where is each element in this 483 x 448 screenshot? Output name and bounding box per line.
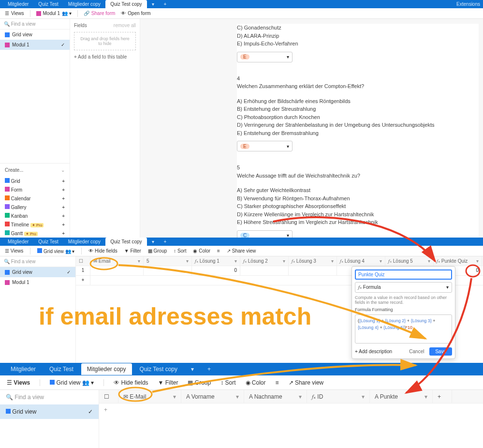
col3-4[interactable]: 𝑓ₓ ID ▾ bbox=[307, 390, 370, 403]
col3-2[interactable]: A Vorname ▾ bbox=[181, 390, 244, 403]
find-view-3[interactable]: 🔍 Find a view bbox=[0, 390, 99, 404]
tab3-quiz-test-copy[interactable]: Quiz Test copy bbox=[134, 363, 183, 375]
tab3-mitglieder-copy[interactable]: Mitglieder copy bbox=[81, 363, 132, 375]
cell2-4[interactable] bbox=[240, 266, 289, 275]
cell2-0[interactable]: 1 bbox=[76, 266, 90, 275]
view2-grid[interactable]: Grid view✓ bbox=[0, 267, 75, 277]
col3-5[interactable]: A Punkte ▾ bbox=[370, 390, 433, 403]
tab3-dropdown[interactable]: ▾ bbox=[185, 363, 200, 375]
col2-0[interactable]: ☐ bbox=[76, 256, 90, 266]
cancel-button[interactable]: Cancel bbox=[409, 349, 424, 354]
tab2-mitglieder-copy[interactable]: Mitglieder copy bbox=[63, 238, 105, 246]
rowheight-3[interactable]: ≡ bbox=[276, 379, 279, 386]
tab-quiz-test-copy[interactable]: Quiz Test copy bbox=[105, 0, 146, 8]
find-view-2[interactable]: 🔍 Find a view bbox=[0, 256, 75, 267]
tab3-quiz-test[interactable]: Quiz Test bbox=[44, 363, 79, 375]
create-gallery[interactable]: Gallery+ bbox=[0, 203, 70, 211]
view-sidebar-2: 🔍 Find a view Grid view✓ Modul 1 bbox=[0, 256, 76, 363]
q3-select[interactable]: E▾ bbox=[237, 52, 293, 62]
hide-fields-2[interactable]: 👁 Hide fields bbox=[88, 248, 117, 254]
create-header[interactable]: Create... ⌄ bbox=[0, 164, 70, 177]
rowheight-2[interactable]: ≡ bbox=[217, 248, 220, 254]
tab3-mitglieder[interactable]: Mitglieder bbox=[5, 363, 42, 375]
drag-drop-zone[interactable]: Drag and drop fields here to hide bbox=[74, 32, 136, 50]
create-grid[interactable]: Grid+ bbox=[0, 177, 70, 185]
col3-1[interactable]: ✉ E-Mail ▾ bbox=[118, 390, 181, 403]
formula-editor[interactable]: ({Lösung 1} + {Lösung 2} + {Lösung 3} + … bbox=[355, 314, 452, 343]
create-gantt[interactable]: Gantt ✦ Pro+ bbox=[0, 229, 70, 238]
cell2-5[interactable] bbox=[289, 266, 337, 275]
open-form-button[interactable]: 👁 Open form bbox=[121, 11, 150, 16]
tab-add[interactable]: + bbox=[159, 0, 172, 8]
add-field-button[interactable]: + Add a field to this table bbox=[74, 54, 136, 60]
color-3[interactable]: ◉ Color bbox=[246, 379, 266, 386]
col3-3[interactable]: A Nachname ▾ bbox=[244, 390, 307, 403]
add-col-3[interactable]: + bbox=[433, 390, 452, 403]
tab-mitglieder-copy[interactable]: Mitglieder copy bbox=[63, 0, 105, 8]
hide-fields-3[interactable]: 👁 Hide fields bbox=[114, 379, 148, 386]
cell2-1[interactable] bbox=[90, 266, 144, 275]
field-type-select[interactable]: 𝑓ₓ Formula▾ bbox=[355, 282, 452, 293]
filter-2[interactable]: ▼ Filter bbox=[124, 248, 141, 254]
tab-dropdown[interactable]: ▾ bbox=[147, 0, 159, 8]
group-2[interactable]: ▦ Group bbox=[148, 248, 167, 254]
col3-0[interactable]: ☐ bbox=[99, 390, 118, 403]
color-2[interactable]: ◉ Color bbox=[193, 248, 210, 254]
view2-modul1[interactable]: Modul 1 bbox=[0, 277, 75, 287]
tab-quiz-test[interactable]: Quiz Test bbox=[33, 0, 63, 8]
remove-all-link[interactable]: remove all bbox=[114, 23, 136, 28]
tab2-mitglieder[interactable]: Mitglieder bbox=[3, 238, 33, 246]
field-name-input[interactable] bbox=[355, 269, 452, 280]
col2-2[interactable]: 5 ▾ bbox=[144, 256, 192, 266]
add-description-link[interactable]: + Add description bbox=[355, 349, 392, 354]
view-modul1[interactable]: Modul 1✓ bbox=[0, 40, 70, 50]
sort-3[interactable]: ↕ Sort bbox=[220, 379, 235, 386]
col2-4[interactable]: 𝑓ₓ Lösung 2 ▾ bbox=[240, 256, 289, 266]
save-button[interactable]: Save bbox=[429, 347, 452, 356]
current-view[interactable]: Modul 1 👥 ▾ bbox=[36, 11, 72, 16]
tab2-dropdown[interactable]: ▾ bbox=[147, 238, 159, 246]
view3-grid[interactable]: Grid view✓ bbox=[0, 404, 99, 419]
col2-5[interactable]: 𝑓ₓ Lösung 3 ▾ bbox=[289, 256, 337, 266]
tab-mitglieder[interactable]: Mitglieder bbox=[3, 0, 33, 8]
col2-3[interactable]: 𝑓ₓ Lösung 1 ▾ bbox=[192, 256, 240, 266]
share-form-button[interactable]: 🔗 Share form bbox=[84, 11, 115, 16]
q4-select[interactable]: E▾ bbox=[237, 141, 293, 151]
q5-number: 5 bbox=[237, 164, 479, 172]
create-timeline[interactable]: Timeline ✦ Pro+ bbox=[0, 220, 70, 229]
create-kanban[interactable]: Kanban+ bbox=[0, 211, 70, 220]
add-row-3[interactable]: + bbox=[99, 403, 483, 416]
create-calendar[interactable]: Calendar+ bbox=[0, 194, 70, 203]
sort-2[interactable]: ↕ Sort bbox=[174, 248, 186, 254]
views-menu-3[interactable]: ☰ Views bbox=[7, 379, 30, 386]
tab3-add[interactable]: + bbox=[202, 363, 217, 375]
tab2-quiz-test[interactable]: Quiz Test bbox=[33, 238, 63, 246]
view-sidebar-3: 🔍 Find a view Grid view✓ bbox=[0, 390, 99, 448]
tab2-quiz-test-copy[interactable]: Quiz Test copy bbox=[105, 238, 146, 246]
extensions-link[interactable]: Extensions bbox=[456, 1, 480, 7]
col2-1[interactable]: ✉ Email ▾ bbox=[90, 256, 144, 266]
gridview-2[interactable]: Grid view 👥 ▾ bbox=[37, 248, 74, 254]
views-menu-2[interactable]: ☰ Views bbox=[5, 248, 23, 254]
q5-select[interactable]: C▾ bbox=[237, 230, 293, 238]
col2-8[interactable]: 𝑓ₓ Punkte Quiz ▾ bbox=[434, 256, 482, 266]
group-3[interactable]: ▦ Group bbox=[188, 379, 211, 386]
col2-7[interactable]: 𝑓ₓ Lösung 5 ▾ bbox=[385, 256, 434, 266]
cell2-2[interactable] bbox=[144, 266, 192, 275]
views-menu[interactable]: ☰ Views bbox=[5, 11, 24, 16]
cell2-3[interactable]: 0 bbox=[192, 266, 240, 275]
fields-label: Fields bbox=[74, 23, 87, 28]
gridview-3[interactable]: Grid view 👥 ▾ bbox=[50, 379, 94, 386]
filter-3[interactable]: ▼ Filter bbox=[158, 379, 178, 386]
share-3[interactable]: ↗ Share view bbox=[289, 379, 324, 386]
toolbar-3: ☰ Views Grid view 👥 ▾ 👁 Hide fields ▼ Fi… bbox=[0, 375, 483, 390]
tab2-add[interactable]: + bbox=[159, 238, 172, 246]
add-row-2[interactable]: + bbox=[76, 276, 90, 285]
view-grid[interactable]: Grid view bbox=[0, 30, 70, 40]
formula-tabs[interactable]: Formula Formatting bbox=[355, 307, 452, 312]
create-form[interactable]: Form+ bbox=[0, 185, 70, 194]
find-view-input[interactable]: 🔍 Find a view bbox=[0, 19, 70, 30]
toolbar-2: ☰ Views Grid view 👥 ▾ 👁 Hide fields ▼ Fi… bbox=[0, 246, 483, 256]
col2-6[interactable]: 𝑓ₓ Lösung 4 ▾ bbox=[337, 256, 385, 266]
share-2[interactable]: ↗ Share view bbox=[227, 248, 256, 254]
